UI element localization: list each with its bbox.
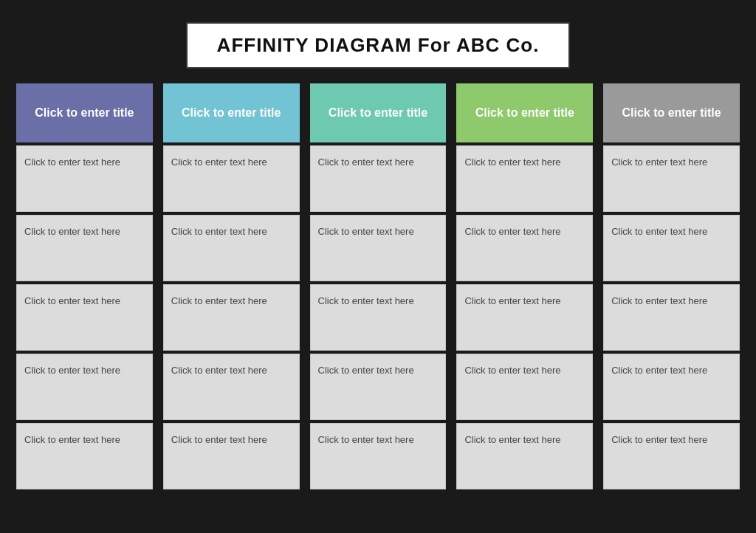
note-col5-row5[interactable]: Click to enter text here	[603, 423, 740, 489]
column-header-5[interactable]: Click to enter title	[603, 83, 740, 142]
column-header-1[interactable]: Click to enter title	[16, 83, 153, 142]
page-title: AFFINITY DIAGRAM For ABC Co.	[217, 34, 540, 56]
note-col4-row2[interactable]: Click to enter text here	[456, 215, 593, 281]
note-col1-row2[interactable]: Click to enter text here	[16, 215, 153, 281]
note-col1-row5[interactable]: Click to enter text here	[16, 423, 153, 489]
note-col3-row4[interactable]: Click to enter text here	[310, 354, 447, 420]
note-col1-row4[interactable]: Click to enter text here	[16, 354, 153, 420]
note-col4-row3[interactable]: Click to enter text here	[456, 284, 593, 351]
note-col3-row2[interactable]: Click to enter text here	[310, 215, 447, 281]
note-col5-row1[interactable]: Click to enter text here	[603, 145, 740, 212]
column-header-3[interactable]: Click to enter title	[310, 83, 447, 142]
note-col2-row3[interactable]: Click to enter text here	[163, 284, 300, 351]
column-header-2[interactable]: Click to enter title	[163, 83, 300, 142]
column-5: Click to enter titleClick to enter text …	[603, 83, 740, 492]
column-header-4[interactable]: Click to enter title	[456, 83, 593, 142]
note-col2-row2[interactable]: Click to enter text here	[163, 215, 300, 281]
note-col4-row5[interactable]: Click to enter text here	[456, 423, 593, 489]
title-container: AFFINITY DIAGRAM For ABC Co.	[186, 22, 571, 69]
note-col5-row4[interactable]: Click to enter text here	[603, 354, 740, 420]
note-col3-row1[interactable]: Click to enter text here	[310, 145, 447, 212]
note-col1-row1[interactable]: Click to enter text here	[16, 145, 153, 212]
note-col3-row3[interactable]: Click to enter text here	[310, 284, 447, 351]
column-4: Click to enter titleClick to enter text …	[456, 83, 593, 492]
column-3: Click to enter titleClick to enter text …	[310, 83, 447, 492]
note-col5-row3[interactable]: Click to enter text here	[603, 284, 740, 351]
column-2: Click to enter titleClick to enter text …	[163, 83, 300, 492]
note-col2-row5[interactable]: Click to enter text here	[163, 423, 300, 489]
note-col3-row5[interactable]: Click to enter text here	[310, 423, 447, 489]
note-col2-row1[interactable]: Click to enter text here	[163, 145, 300, 212]
column-1: Click to enter titleClick to enter text …	[16, 83, 153, 492]
note-col5-row2[interactable]: Click to enter text here	[603, 215, 740, 281]
note-col4-row4[interactable]: Click to enter text here	[456, 354, 593, 420]
note-col1-row3[interactable]: Click to enter text here	[16, 284, 153, 351]
diagram-wrapper: Click to enter titleClick to enter text …	[16, 83, 740, 492]
note-col2-row4[interactable]: Click to enter text here	[163, 354, 300, 420]
note-col4-row1[interactable]: Click to enter text here	[456, 145, 593, 212]
